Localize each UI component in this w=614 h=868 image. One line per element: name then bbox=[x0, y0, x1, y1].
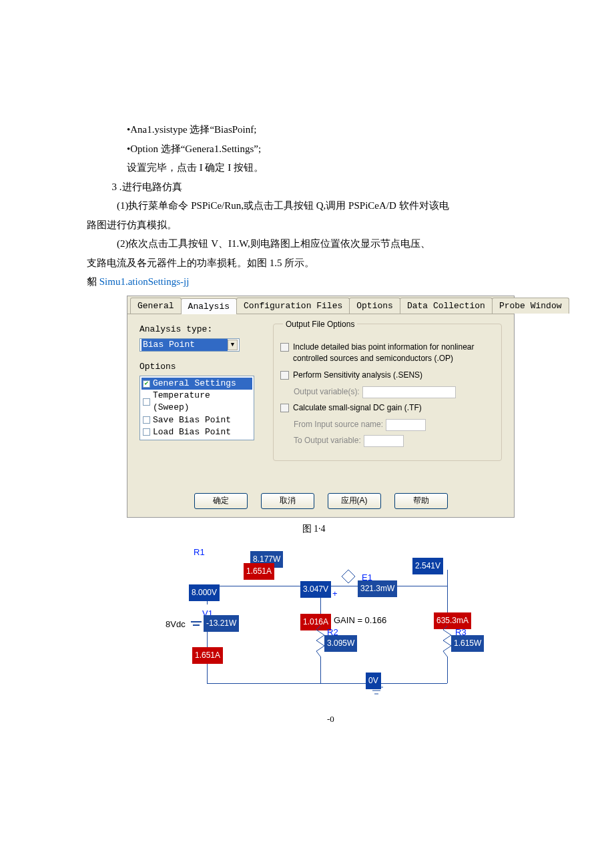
badge-power-r3: 1.615W bbox=[451, 635, 484, 652]
option-label: Load Bias Point bbox=[153, 426, 231, 438]
wire bbox=[320, 657, 321, 683]
input-source-input[interactable] bbox=[386, 419, 426, 431]
checkbox-icon[interactable] bbox=[143, 416, 150, 424]
sub-label: Output variable(s): bbox=[294, 386, 360, 398]
option-temperature-sweep[interactable]: Temperature (Sweep) bbox=[141, 390, 252, 414]
options-label: Options bbox=[139, 361, 273, 373]
checkbox[interactable] bbox=[280, 371, 289, 380]
option-include-bias-info[interactable]: Include detailed bias point information … bbox=[280, 342, 495, 364]
body-line: •Option 选择“Genera1.Settings”; bbox=[87, 139, 541, 159]
wire bbox=[193, 624, 200, 626]
body-line: 路图进行仿真模拟。 bbox=[87, 215, 541, 235]
option-sensitivity[interactable]: Perform Sensitivity analysis (.SENS) bbox=[280, 370, 495, 381]
tab-configuration-files[interactable]: Configuration Files bbox=[236, 298, 350, 314]
plus-icon: + bbox=[332, 586, 338, 602]
label-vsrc: 8Vdc bbox=[166, 616, 186, 633]
sub-label: To Output variable: bbox=[294, 435, 361, 446]
badge-voltage-mid: 3.047V bbox=[300, 581, 331, 598]
label-r1: R1 bbox=[194, 544, 205, 561]
analysis-type-value: Bias Point bbox=[141, 339, 228, 351]
tab-analysis[interactable]: Analysis bbox=[181, 298, 237, 314]
window-title-link: Simu1.ationSettings-jj bbox=[99, 276, 190, 287]
option-text: Perform Sensitivity analysis (.SENS) bbox=[293, 370, 422, 381]
option-save-bias-point[interactable]: Save Bias Point bbox=[141, 414, 252, 426]
tab-data-collection[interactable]: Data Collection bbox=[400, 298, 493, 314]
checkbox-icon[interactable] bbox=[143, 398, 150, 406]
body-line: (2)依次点击工具按钮 V、I1.W,则电路图上相应位置依次显示节点电压、 bbox=[87, 234, 541, 254]
wire bbox=[191, 621, 202, 622]
sub-label: From Input source name: bbox=[294, 419, 383, 430]
wire bbox=[207, 683, 447, 684]
badge-power-v1: -13.21W bbox=[204, 615, 239, 632]
option-dc-gain[interactable]: Calculate small-signal DC gain (.TF) bbox=[280, 402, 495, 414]
badge-current-bottom: 1.651A bbox=[192, 647, 223, 664]
checkbox[interactable] bbox=[280, 404, 289, 412]
checkbox-icon[interactable] bbox=[143, 428, 150, 436]
badge-voltage-e1: 2.541V bbox=[412, 558, 443, 574]
checkbox[interactable] bbox=[280, 343, 289, 352]
options-list: General Settings Temperature (Sweep) Sav… bbox=[139, 376, 254, 440]
section-heading: 3 .进行电路仿真 bbox=[87, 177, 541, 197]
wire bbox=[447, 657, 448, 683]
checkbox-icon[interactable] bbox=[143, 380, 150, 388]
output-variable-row: To Output variable: bbox=[294, 435, 495, 447]
output-file-options-group: Output File Options Include detailed bia… bbox=[273, 324, 502, 461]
settings-dialog: General Analysis Configuration Files Opt… bbox=[127, 296, 515, 518]
tab-probe-window[interactable]: Probe Window bbox=[492, 298, 569, 314]
document-body: •Ana1.ysistype 选择“BiasPoinf; •Option 选择“… bbox=[87, 120, 541, 745]
option-text: Include detailed bias point information … bbox=[293, 342, 495, 364]
svg-marker-0 bbox=[342, 570, 355, 583]
output-variable-input[interactable] bbox=[364, 435, 404, 447]
figure-caption-1-4: 图 1·4 bbox=[87, 520, 541, 538]
tab-bar: General Analysis Configuration Files Opt… bbox=[127, 296, 514, 314]
output-variables-row: Output variable(s): bbox=[294, 386, 495, 398]
apply-button[interactable]: 应用(A) bbox=[328, 493, 381, 509]
circuit-diagram: R1 8.177W 1.651A 8.000V V1 8Vdc -13.21W … bbox=[167, 544, 501, 745]
window-title-line: 貂 Simu1.ationSettings-jj bbox=[87, 272, 541, 292]
option-label: General Settings bbox=[153, 378, 236, 390]
badge-voltage-left: 8.000V bbox=[189, 584, 220, 601]
body-line: 支路电流及各元器件上的功率损耗。如图 1.5 所示。 bbox=[87, 254, 541, 273]
group-legend: Output File Options bbox=[283, 319, 357, 330]
e1-symbol bbox=[340, 568, 356, 584]
tab-options[interactable]: Options bbox=[349, 298, 400, 314]
help-button[interactable]: 帮助 bbox=[394, 493, 448, 509]
label-zero-ref: -0 bbox=[327, 711, 334, 728]
option-general-settings[interactable]: General Settings bbox=[141, 378, 252, 390]
badge-current-top: 1.651A bbox=[244, 563, 274, 580]
output-variables-input[interactable] bbox=[362, 386, 456, 398]
tab-general[interactable]: General bbox=[130, 298, 182, 314]
option-label: Save Bias Point bbox=[153, 414, 231, 426]
badge-voltage-ground: 0V bbox=[366, 673, 381, 689]
option-load-bias-point[interactable]: Load Bias Point bbox=[141, 426, 252, 438]
option-label: Temperature (Sweep) bbox=[153, 390, 251, 414]
analysis-type-label: Analysis type: bbox=[139, 324, 273, 336]
badge-power-r2: 3.095W bbox=[324, 635, 357, 652]
input-source-row: From Input source name: bbox=[294, 419, 495, 431]
analysis-type-dropdown[interactable]: Bias Point ▼ bbox=[139, 338, 240, 352]
chevron-down-icon[interactable]: ▼ bbox=[228, 340, 238, 350]
dialog-button-row: 确定 取消 应用(A) 帮助 bbox=[127, 488, 514, 517]
window-title-prefix: 貂 bbox=[87, 276, 99, 287]
body-line: (1)执行菜单命令 PSPiCe/Run,或点击工具按钮 Q,调用 PSPiCe… bbox=[87, 196, 541, 215]
label-gain: GAIN = 0.166 bbox=[334, 612, 386, 629]
ok-button[interactable]: 确定 bbox=[194, 493, 248, 509]
body-line: •Ana1.ysistype 选择“BiasPoinf; bbox=[87, 120, 541, 139]
cancel-button[interactable]: 取消 bbox=[261, 493, 314, 509]
badge-power-e1: 321.3mW bbox=[358, 580, 397, 597]
option-text: Calculate small-signal DC gain (.TF) bbox=[293, 402, 422, 414]
body-line: 设置完毕，点击 I 确定 I 按钮。 bbox=[87, 158, 541, 177]
